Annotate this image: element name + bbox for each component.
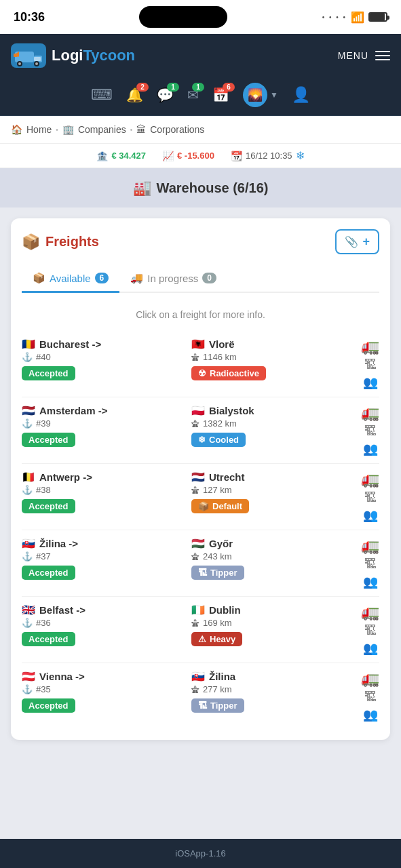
from-flag: 🇬🇧 — [22, 604, 35, 616]
people-icon: 👥 — [363, 508, 378, 523]
attach-icon: 📎 — [345, 235, 358, 248]
road-icon: 🛣 — [191, 618, 199, 628]
logo-logi: Logi — [52, 47, 83, 64]
freight-type-badge: 🏗 Tipper — [191, 566, 244, 580]
to-city: Utrecht — [209, 471, 245, 483]
from-flag: 🇧🇪 — [22, 471, 35, 484]
datetime-value: 16/12 10:35 — [246, 151, 292, 161]
add-freight-button[interactable]: 📎 + — [335, 229, 379, 254]
battery-icon — [368, 12, 387, 22]
freight-status: Accepted — [22, 698, 75, 713]
svg-point-4 — [18, 62, 21, 65]
freight-row[interactable]: 🇸🇰 Žilina -> ⚓ #37 Accepted 🇭🇺 Győr — [22, 530, 379, 597]
freight-type-badge: 🏗 Tipper — [191, 698, 244, 713]
to-flag: 🇭🇺 — [191, 537, 205, 550]
envelope-badge: 1 — [192, 83, 204, 92]
distance: 1382 km — [203, 418, 237, 429]
tabs: 📦 Available 6 🚚 In progress 0 — [22, 265, 379, 293]
freight-status: Accepted — [22, 632, 75, 646]
user-icon-btn[interactable]: 👤 — [292, 86, 310, 104]
freight-status: Accepted — [22, 566, 75, 580]
add-icon: + — [362, 235, 370, 249]
click-info: Click on a freight for more info. — [22, 304, 379, 331]
freight-type-badge: 📦 Default — [191, 499, 249, 513]
type-icon: ⚠ — [198, 634, 206, 644]
chat-icon-btn[interactable]: 💬 1 — [157, 87, 174, 103]
chat-badge: 1 — [167, 83, 179, 92]
chevron-down-icon: ▼ — [270, 90, 278, 100]
freight-row[interactable]: 🇬🇧 Belfast -> ⚓ #36 Accepted 🇮🇪 Dublin — [22, 597, 379, 663]
people-icon: 👥 — [363, 641, 378, 656]
footer: iOSApp-1.16 — [0, 839, 401, 868]
inprogress-icon: 🚚 — [130, 272, 143, 284]
breadcrumb-sep-2: • — [130, 126, 133, 134]
calculator-icon-btn[interactable]: ⌨ — [91, 86, 113, 104]
svg-rect-2 — [34, 57, 41, 61]
logo-tycoon: Tycoon — [83, 47, 135, 64]
type-icon: ❄ — [198, 435, 206, 445]
to-flag: 🇦🇱 — [191, 338, 205, 351]
app-version: iOSApp-1.16 — [175, 848, 225, 859]
road-icon: 🛣 — [191, 486, 199, 495]
freights-card: 📦 Freights 📎 + 📦 Available 6 🚚 In progre… — [11, 218, 390, 740]
freight-row[interactable]: 🇦🇹 Vienna -> ⚓ #35 Accepted 🇸🇰 Žilina — [22, 663, 379, 729]
avatar-dropdown[interactable]: 🌄 ▼ — [243, 83, 278, 107]
truck-icon: 🚛 — [361, 471, 379, 488]
calendar-small-icon: 📆 — [231, 151, 242, 161]
type-icon: ☢ — [198, 368, 206, 378]
card-title: 📦 Freights — [22, 233, 99, 251]
to-city: Dublin — [209, 604, 241, 616]
freight-row[interactable]: 🇳🇱 Amsterdam -> ⚓ #39 Accepted 🇵🇱 Bialys… — [22, 397, 379, 464]
to-flag: 🇵🇱 — [191, 404, 205, 417]
freight-row[interactable]: 🇧🇪 Antwerp -> ⚓ #38 Accepted 🇳🇱 Utrecht — [22, 464, 379, 530]
nav-right[interactable]: MENU — [338, 50, 390, 61]
garage-icon: 🏗 — [364, 624, 377, 638]
to-city: Győr — [209, 538, 233, 549]
truck-icon: 🚛 — [361, 604, 379, 621]
road-icon: 🛣 — [191, 685, 199, 694]
tab-available[interactable]: 📦 Available 6 — [22, 265, 119, 293]
type-icon: 📦 — [198, 501, 209, 511]
truck-icon: 🚛 — [361, 670, 379, 688]
breadcrumb-corporations: Corporations — [150, 124, 204, 135]
bank-info: 🏦 € 34.427 — [96, 151, 146, 161]
warehouse-row-icon: ⚓ — [22, 418, 33, 429]
breadcrumb-companies[interactable]: Companies — [78, 124, 126, 135]
from-city: Antwerp -> — [39, 471, 92, 483]
freights-title: Freights — [45, 234, 99, 250]
freight-row[interactable]: 🇷🇴 Bucharest -> ⚓ #40 Accepted 🇦🇱 Vlorë — [22, 331, 379, 397]
envelope-icon-btn[interactable]: ✉ 1 — [187, 87, 199, 103]
page-title: Warehouse (6/16) — [157, 180, 269, 196]
svg-rect-8 — [14, 54, 18, 57]
truck-icon: 🚛 — [361, 338, 379, 355]
distance: 243 km — [203, 551, 232, 561]
avatar[interactable]: 🌄 — [243, 83, 267, 107]
user-icon: 👤 — [292, 86, 310, 104]
tab-inprogress[interactable]: 🚚 In progress 0 — [119, 265, 227, 293]
breadcrumb-home[interactable]: Home — [26, 124, 52, 135]
from-city: Amsterdam -> — [39, 405, 107, 416]
freight-num: #36 — [36, 618, 51, 628]
freight-num: #40 — [36, 352, 51, 362]
breadcrumb: 🏠 Home • 🏢 Companies • 🏛 Corporations — [0, 116, 401, 144]
garage-icon: 🏗 — [364, 491, 377, 505]
freight-type-badge: ❄ Cooled — [191, 433, 246, 447]
menu-button[interactable] — [375, 51, 390, 60]
nav-bar: LogiTycoon MENU — [0, 34, 401, 77]
wifi-icon: 📶 — [351, 11, 364, 24]
people-icon: 👥 — [363, 574, 378, 589]
truck-icon: 🚛 — [361, 404, 379, 422]
calendar-badge: 6 — [223, 83, 235, 92]
garage-icon: 🏗 — [364, 425, 377, 439]
to-flag: 🇸🇰 — [191, 670, 205, 683]
logo-truck — [11, 43, 46, 68]
freight-list: 🇷🇴 Bucharest -> ⚓ #40 Accepted 🇦🇱 Vlorë — [22, 331, 379, 729]
main-content: 📦 Freights 📎 + 📦 Available 6 🚚 In progre… — [0, 208, 401, 787]
from-flag: 🇳🇱 — [22, 404, 35, 417]
freight-num: #37 — [36, 551, 51, 561]
calendar-icon-btn[interactable]: 📅 6 — [212, 87, 229, 103]
freight-num: #35 — [36, 684, 51, 694]
road-icon: 🛣 — [191, 353, 199, 362]
bell-icon-btn[interactable]: 🔔 2 — [126, 87, 143, 103]
to-flag: 🇳🇱 — [191, 471, 205, 484]
